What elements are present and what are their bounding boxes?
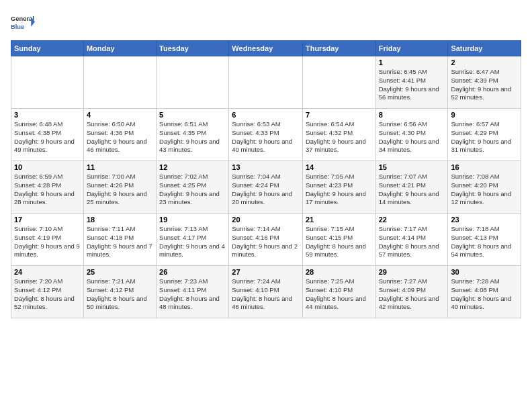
logo-icon: GeneralBlue [11, 11, 35, 35]
day-number: 29 [379, 268, 445, 276]
day-number: 20 [232, 216, 300, 224]
calendar-cell [157, 56, 229, 109]
day-info: Sunrise: 7:13 AM Sunset: 4:17 PM Dayligh… [159, 225, 226, 259]
day-info: Sunrise: 7:11 AM Sunset: 4:18 PM Dayligh… [87, 225, 153, 259]
day-info: Sunrise: 7:08 AM Sunset: 4:20 PM Dayligh… [451, 173, 518, 207]
calendar-cell: 14Sunrise: 7:05 AM Sunset: 4:23 PM Dayli… [302, 161, 375, 214]
day-header-tuesday: Tuesday [157, 41, 229, 56]
calendar-week-2: 3Sunrise: 6:48 AM Sunset: 4:38 PM Daylig… [11, 109, 521, 161]
calendar-table: SundayMondayTuesdayWednesdayThursdayFrid… [11, 40, 521, 318]
day-number: 23 [451, 216, 518, 224]
calendar-header-row: SundayMondayTuesdayWednesdayThursdayFrid… [11, 41, 521, 56]
day-number: 18 [87, 216, 153, 224]
calendar-cell: 9Sunrise: 6:57 AM Sunset: 4:29 PM Daylig… [448, 109, 521, 161]
calendar-cell: 2Sunrise: 6:47 AM Sunset: 4:39 PM Daylig… [448, 56, 521, 109]
day-number: 1 [379, 58, 445, 66]
day-number: 13 [232, 163, 300, 171]
day-info: Sunrise: 6:53 AM Sunset: 4:33 PM Dayligh… [232, 120, 300, 154]
day-number: 8 [379, 111, 445, 119]
day-info: Sunrise: 6:51 AM Sunset: 4:35 PM Dayligh… [159, 120, 226, 154]
calendar-cell: 26Sunrise: 7:23 AM Sunset: 4:11 PM Dayli… [157, 266, 229, 318]
day-number: 2 [451, 58, 518, 66]
calendar-cell: 20Sunrise: 7:14 AM Sunset: 4:16 PM Dayli… [229, 214, 303, 266]
day-number: 11 [87, 163, 153, 171]
calendar-cell [11, 56, 84, 109]
day-number: 26 [159, 268, 226, 276]
day-header-wednesday: Wednesday [229, 41, 303, 56]
day-header-thursday: Thursday [302, 41, 375, 56]
calendar-cell: 23Sunrise: 7:18 AM Sunset: 4:13 PM Dayli… [448, 214, 521, 266]
day-header-monday: Monday [83, 41, 156, 56]
calendar-cell: 7Sunrise: 6:54 AM Sunset: 4:32 PM Daylig… [302, 109, 375, 161]
day-info: Sunrise: 6:48 AM Sunset: 4:38 PM Dayligh… [14, 120, 81, 154]
day-info: Sunrise: 7:10 AM Sunset: 4:19 PM Dayligh… [14, 225, 81, 259]
calendar-cell: 8Sunrise: 6:56 AM Sunset: 4:30 PM Daylig… [375, 109, 448, 161]
day-header-sunday: Sunday [11, 41, 84, 56]
calendar-week-5: 24Sunrise: 7:20 AM Sunset: 4:12 PM Dayli… [11, 266, 521, 318]
calendar-cell: 6Sunrise: 6:53 AM Sunset: 4:33 PM Daylig… [229, 109, 303, 161]
day-number: 16 [451, 163, 518, 171]
day-number: 21 [306, 216, 373, 224]
day-number: 7 [306, 111, 373, 119]
day-info: Sunrise: 7:05 AM Sunset: 4:23 PM Dayligh… [306, 173, 373, 207]
calendar-cell: 12Sunrise: 7:02 AM Sunset: 4:25 PM Dayli… [157, 161, 229, 214]
calendar-cell: 28Sunrise: 7:25 AM Sunset: 4:10 PM Dayli… [302, 266, 375, 318]
day-number: 15 [379, 163, 445, 171]
day-number: 4 [87, 111, 153, 119]
day-info: Sunrise: 7:02 AM Sunset: 4:25 PM Dayligh… [159, 173, 226, 207]
logo: GeneralBlue [11, 11, 38, 35]
day-number: 3 [14, 111, 81, 119]
calendar-cell: 10Sunrise: 6:59 AM Sunset: 4:28 PM Dayli… [11, 161, 84, 214]
day-info: Sunrise: 6:56 AM Sunset: 4:30 PM Dayligh… [379, 120, 445, 154]
day-number: 6 [232, 111, 300, 119]
calendar-cell: 27Sunrise: 7:24 AM Sunset: 4:10 PM Dayli… [229, 266, 303, 318]
day-info: Sunrise: 7:24 AM Sunset: 4:10 PM Dayligh… [232, 277, 300, 312]
calendar-cell [83, 56, 156, 109]
day-number: 14 [306, 163, 373, 171]
day-number: 12 [159, 163, 226, 171]
calendar-cell: 18Sunrise: 7:11 AM Sunset: 4:18 PM Dayli… [83, 214, 156, 266]
calendar-cell: 13Sunrise: 7:04 AM Sunset: 4:24 PM Dayli… [229, 161, 303, 214]
day-number: 24 [14, 268, 81, 276]
day-info: Sunrise: 7:07 AM Sunset: 4:21 PM Dayligh… [379, 173, 445, 207]
calendar-cell: 29Sunrise: 7:27 AM Sunset: 4:09 PM Dayli… [375, 266, 448, 318]
day-info: Sunrise: 7:20 AM Sunset: 4:12 PM Dayligh… [14, 277, 81, 312]
calendar-cell [302, 56, 375, 109]
day-header-saturday: Saturday [448, 41, 521, 56]
day-info: Sunrise: 7:00 AM Sunset: 4:26 PM Dayligh… [87, 173, 153, 207]
svg-text:General: General [11, 15, 34, 22]
day-header-friday: Friday [375, 41, 448, 56]
day-number: 19 [159, 216, 226, 224]
calendar-week-1: 1Sunrise: 6:45 AM Sunset: 4:41 PM Daylig… [11, 56, 521, 109]
page: GeneralBlue SundayMondayTuesdayWednesday… [0, 0, 532, 411]
day-info: Sunrise: 7:27 AM Sunset: 4:09 PM Dayligh… [379, 277, 445, 312]
day-info: Sunrise: 6:57 AM Sunset: 4:29 PM Dayligh… [451, 120, 518, 154]
calendar-cell: 21Sunrise: 7:15 AM Sunset: 4:15 PM Dayli… [302, 214, 375, 266]
calendar-cell: 25Sunrise: 7:21 AM Sunset: 4:12 PM Dayli… [83, 266, 156, 318]
day-info: Sunrise: 7:21 AM Sunset: 4:12 PM Dayligh… [87, 277, 153, 312]
calendar-week-4: 17Sunrise: 7:10 AM Sunset: 4:19 PM Dayli… [11, 214, 521, 266]
calendar-cell: 15Sunrise: 7:07 AM Sunset: 4:21 PM Dayli… [375, 161, 448, 214]
calendar-cell: 24Sunrise: 7:20 AM Sunset: 4:12 PM Dayli… [11, 266, 84, 318]
day-number: 17 [14, 216, 81, 224]
calendar-cell: 19Sunrise: 7:13 AM Sunset: 4:17 PM Dayli… [157, 214, 229, 266]
day-info: Sunrise: 7:14 AM Sunset: 4:16 PM Dayligh… [232, 225, 300, 259]
svg-text:Blue: Blue [11, 24, 24, 30]
day-number: 27 [232, 268, 300, 276]
calendar-week-3: 10Sunrise: 6:59 AM Sunset: 4:28 PM Dayli… [11, 161, 521, 214]
day-info: Sunrise: 7:25 AM Sunset: 4:10 PM Dayligh… [306, 277, 373, 312]
calendar-cell: 17Sunrise: 7:10 AM Sunset: 4:19 PM Dayli… [11, 214, 84, 266]
day-info: Sunrise: 6:50 AM Sunset: 4:36 PM Dayligh… [87, 120, 153, 154]
day-number: 22 [379, 216, 445, 224]
day-info: Sunrise: 7:17 AM Sunset: 4:14 PM Dayligh… [379, 225, 445, 259]
day-info: Sunrise: 7:18 AM Sunset: 4:13 PM Dayligh… [451, 225, 518, 259]
calendar-cell [229, 56, 303, 109]
calendar-cell: 11Sunrise: 7:00 AM Sunset: 4:26 PM Dayli… [83, 161, 156, 214]
day-info: Sunrise: 7:04 AM Sunset: 4:24 PM Dayligh… [232, 173, 300, 207]
day-info: Sunrise: 7:15 AM Sunset: 4:15 PM Dayligh… [306, 225, 373, 259]
day-info: Sunrise: 6:45 AM Sunset: 4:41 PM Dayligh… [379, 68, 445, 102]
day-number: 5 [159, 111, 226, 119]
calendar-cell: 5Sunrise: 6:51 AM Sunset: 4:35 PM Daylig… [157, 109, 229, 161]
day-info: Sunrise: 6:47 AM Sunset: 4:39 PM Dayligh… [451, 68, 518, 102]
calendar-cell: 3Sunrise: 6:48 AM Sunset: 4:38 PM Daylig… [11, 109, 84, 161]
